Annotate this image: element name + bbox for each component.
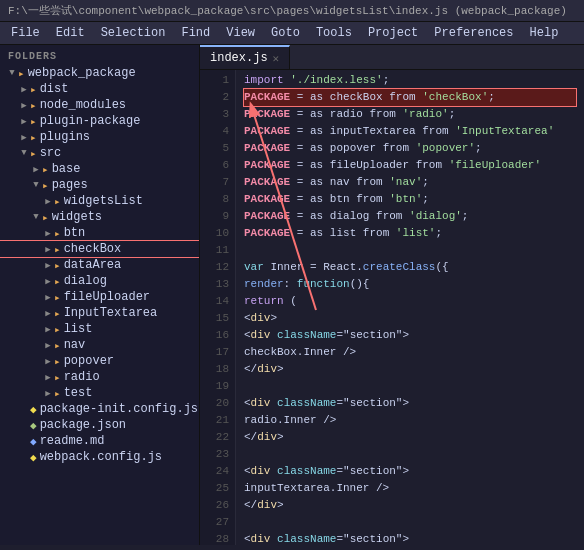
tree-arrow [30, 164, 42, 175]
code-line: </div> [244, 429, 576, 446]
folder-icon: ▸ [30, 147, 37, 160]
code-line: PACKAGE = as list from 'list'; [244, 225, 576, 242]
code-line: PACKAGE = as nav from 'nav'; [244, 174, 576, 191]
tree-item-dist[interactable]: ▸ dist [0, 81, 199, 97]
folder-icon: ▸ [54, 323, 61, 336]
tree-label: pages [52, 178, 88, 192]
folder-icon: ▸ [54, 307, 61, 320]
tree-arrow [42, 372, 54, 383]
tree-item-pages[interactable]: ▸ pages [0, 177, 199, 193]
tree-item-src[interactable]: ▸ src [0, 145, 199, 161]
tree-label: fileUploader [64, 290, 150, 304]
code-line: var Inner = React.createClass({ [244, 259, 576, 276]
tree-arrow [42, 324, 54, 335]
tree-item-popover[interactable]: ▸ popover [0, 353, 199, 369]
tree-arrow [18, 116, 30, 127]
code-line: <div className="section"> [244, 395, 576, 412]
folder-icon: ▸ [18, 67, 25, 80]
line-number: 24 [200, 463, 229, 480]
menu-item-view[interactable]: View [219, 24, 262, 42]
code-line: render: function(){ [244, 276, 576, 293]
code-line [244, 514, 576, 531]
tree-arrow [18, 84, 30, 95]
line-number: 20 [200, 395, 229, 412]
tree-item-package-init.config.js[interactable]: ◆ package-init.config.js [0, 401, 199, 417]
code-line: PACKAGE = as inputTextarea from 'InputTe… [244, 123, 576, 140]
tree-item-plugin-package[interactable]: ▸ plugin-package [0, 113, 199, 129]
line-number: 9 [200, 208, 229, 225]
tab-bar: index.js ✕ [200, 45, 584, 70]
code-line: <div className="section"> [244, 327, 576, 344]
editor-wrapper: 1234567891011121314151617181920212223242… [200, 70, 584, 545]
tree-label: src [40, 146, 62, 160]
menu-item-project[interactable]: Project [361, 24, 425, 42]
tree-arrow [42, 276, 54, 287]
title-bar: F:\一些尝试\component\webpack_package\src\pa… [0, 0, 584, 22]
line-number: 2 [200, 89, 229, 106]
tree-arrow [30, 180, 42, 190]
tree-item-webpack_package[interactable]: ▸ webpack_package [0, 65, 199, 81]
tree-item-node_modules[interactable]: ▸ node_modules [0, 97, 199, 113]
code-editor[interactable]: 1234567891011121314151617181920212223242… [200, 70, 584, 545]
tree-item-base[interactable]: ▸ base [0, 161, 199, 177]
tree-item-widgetsList[interactable]: ▸ widgetsList [0, 193, 199, 209]
line-number: 11 [200, 242, 229, 259]
menu-item-edit[interactable]: Edit [49, 24, 92, 42]
tree-label: InputTextarea [64, 306, 158, 320]
folder-icon: ▸ [42, 211, 49, 224]
tree-arrow [42, 244, 54, 255]
tree-label: package-init.config.js [40, 402, 198, 416]
tree-item-dialog[interactable]: ▸ dialog [0, 273, 199, 289]
line-number: 22 [200, 429, 229, 446]
tree-item-widgets[interactable]: ▸ widgets [0, 209, 199, 225]
tree-item-list[interactable]: ▸ list [0, 321, 199, 337]
line-number: 15 [200, 310, 229, 327]
code-line: PACKAGE = as btn from 'btn'; [244, 191, 576, 208]
tree-item-dataArea[interactable]: ▸ dataArea [0, 257, 199, 273]
tree-item-fileUploader[interactable]: ▸ fileUploader [0, 289, 199, 305]
menu-item-file[interactable]: File [4, 24, 47, 42]
code-content: import './index.less';PACKAGE = as check… [236, 70, 584, 545]
tab-index-js[interactable]: index.js ✕ [200, 45, 290, 69]
tab-close-button[interactable]: ✕ [273, 52, 280, 65]
tree-item-checkBox[interactable]: ▸ checkBox [0, 241, 199, 257]
tree-item-readme.md[interactable]: ◆ readme.md [0, 433, 199, 449]
code-line [244, 242, 576, 259]
tree-item-package.json[interactable]: ◆ package.json [0, 417, 199, 433]
code-line: PACKAGE = as checkBox from 'checkBox'; [244, 89, 576, 106]
tree-item-plugins[interactable]: ▸ plugins [0, 129, 199, 145]
tree-label: nav [64, 338, 86, 352]
menu-item-preferences[interactable]: Preferences [427, 24, 520, 42]
tree-label: package.json [40, 418, 126, 432]
tree-label: dataArea [64, 258, 122, 272]
line-number: 3 [200, 106, 229, 123]
tree-item-nav[interactable]: ▸ nav [0, 337, 199, 353]
folder-icon: ▸ [42, 163, 49, 176]
code-line: PACKAGE = as popover from 'popover'; [244, 140, 576, 157]
file-tree: ▸ webpack_package▸ dist▸ node_modules▸ p… [0, 65, 199, 465]
line-number: 17 [200, 344, 229, 361]
line-number: 1 [200, 72, 229, 89]
main-area: FOLDERS ▸ webpack_package▸ dist▸ node_mo… [0, 45, 584, 545]
folder-icon: ▸ [42, 179, 49, 192]
tree-item-webpack.config.js[interactable]: ◆ webpack.config.js [0, 449, 199, 465]
folder-icon: ▸ [54, 275, 61, 288]
menu-item-goto[interactable]: Goto [264, 24, 307, 42]
menu-bar: FileEditSelectionFindViewGotoToolsProjec… [0, 22, 584, 45]
tree-label: list [64, 322, 93, 336]
code-line: radio.Inner /> [244, 412, 576, 429]
tree-item-InputTextarea[interactable]: ▸ InputTextarea [0, 305, 199, 321]
menu-item-selection[interactable]: Selection [94, 24, 173, 42]
folders-header: FOLDERS [0, 45, 199, 65]
tree-item-radio[interactable]: ▸ radio [0, 369, 199, 385]
menu-item-find[interactable]: Find [174, 24, 217, 42]
menu-item-tools[interactable]: Tools [309, 24, 359, 42]
tree-arrow [6, 68, 18, 78]
line-number: 27 [200, 514, 229, 531]
line-number: 16 [200, 327, 229, 344]
tree-item-test[interactable]: ▸ test [0, 385, 199, 401]
tree-item-btn[interactable]: ▸ btn [0, 225, 199, 241]
menu-item-help[interactable]: Help [523, 24, 566, 42]
sidebar: FOLDERS ▸ webpack_package▸ dist▸ node_mo… [0, 45, 200, 545]
line-number: 23 [200, 446, 229, 463]
